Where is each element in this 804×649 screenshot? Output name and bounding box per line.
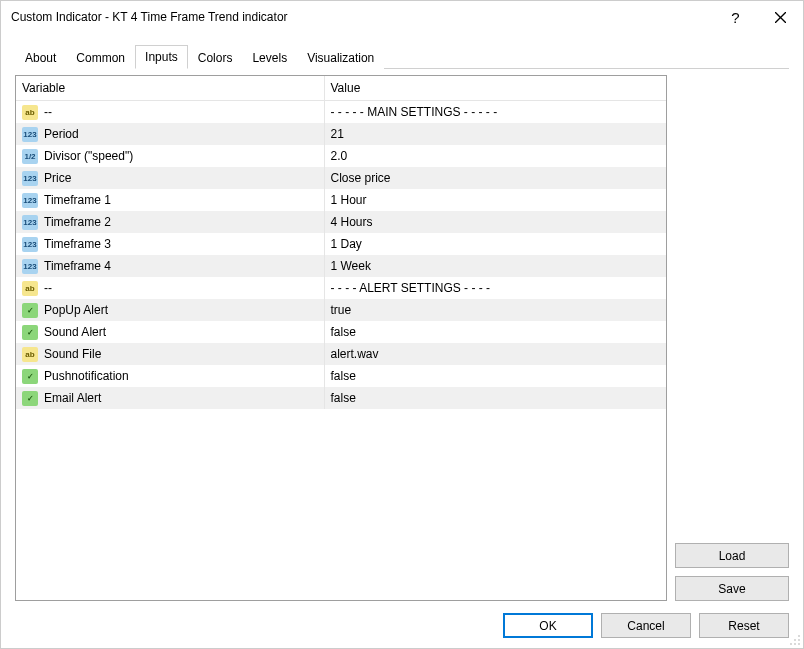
type-icon: 1/2 — [22, 149, 38, 164]
variable-cell: 123Timeframe 1 — [16, 189, 324, 211]
svg-point-4 — [794, 639, 796, 641]
table-row[interactable]: 1/2Divisor ("speed")2.0 — [16, 145, 666, 167]
close-button[interactable] — [758, 2, 803, 32]
inputs-table-wrap: Variable Value ab--- - - - - MAIN SETTIN… — [15, 75, 667, 601]
variable-name: Period — [44, 127, 79, 141]
tab-strip: AboutCommonInputsColorsLevelsVisualizati… — [15, 45, 789, 69]
variable-name: Sound File — [44, 347, 101, 361]
tab-about[interactable]: About — [15, 46, 66, 69]
value-cell[interactable]: false — [324, 387, 666, 409]
tab-page-inputs: Variable Value ab--- - - - - MAIN SETTIN… — [15, 69, 789, 601]
inputs-table-area: Variable Value ab--- - - - - MAIN SETTIN… — [15, 75, 667, 601]
value-cell[interactable]: 4 Hours — [324, 211, 666, 233]
close-icon — [775, 12, 786, 23]
cancel-button[interactable]: Cancel — [601, 613, 691, 638]
type-icon: ✓ — [22, 303, 38, 318]
inputs-table: Variable Value ab--- - - - - MAIN SETTIN… — [16, 76, 666, 409]
client-area: AboutCommonInputsColorsLevelsVisualizati… — [1, 33, 803, 648]
value-cell[interactable]: - - - - ALERT SETTINGS - - - - — [324, 277, 666, 299]
col-header-value[interactable]: Value — [324, 76, 666, 101]
type-icon: 123 — [22, 127, 38, 142]
ok-button[interactable]: OK — [503, 613, 593, 638]
load-button[interactable]: Load — [675, 543, 789, 568]
save-button[interactable]: Save — [675, 576, 789, 601]
titlebar: Custom Indicator - KT 4 Time Frame Trend… — [1, 1, 803, 33]
table-row[interactable]: 123Timeframe 24 Hours — [16, 211, 666, 233]
variable-name: Pushnotification — [44, 369, 129, 383]
reset-button[interactable]: Reset — [699, 613, 789, 638]
type-icon: 123 — [22, 237, 38, 252]
variable-cell: 1/2Divisor ("speed") — [16, 145, 324, 167]
variable-name: Price — [44, 171, 71, 185]
value-cell[interactable]: - - - - - MAIN SETTINGS - - - - - — [324, 101, 666, 124]
table-row[interactable]: 123Timeframe 31 Day — [16, 233, 666, 255]
variable-cell: 123Timeframe 2 — [16, 211, 324, 233]
value-cell[interactable]: 1 Hour — [324, 189, 666, 211]
tab-colors[interactable]: Colors — [188, 46, 243, 69]
svg-point-7 — [790, 643, 792, 645]
variable-name: Timeframe 1 — [44, 193, 111, 207]
dialog-window: Custom Indicator - KT 4 Time Frame Trend… — [0, 0, 804, 649]
variable-cell: 123Timeframe 3 — [16, 233, 324, 255]
variable-name: Timeframe 3 — [44, 237, 111, 251]
svg-point-3 — [798, 639, 800, 641]
variable-name: Email Alert — [44, 391, 101, 405]
type-icon: ✓ — [22, 391, 38, 406]
svg-point-2 — [798, 635, 800, 637]
tab-common[interactable]: Common — [66, 46, 135, 69]
tab-visualization[interactable]: Visualization — [297, 46, 384, 69]
type-icon: 123 — [22, 259, 38, 274]
variable-cell: abSound File — [16, 343, 324, 365]
value-cell[interactable]: 1 Day — [324, 233, 666, 255]
variable-name: Divisor ("speed") — [44, 149, 133, 163]
value-cell[interactable]: false — [324, 365, 666, 387]
variable-cell: ✓Pushnotification — [16, 365, 324, 387]
variable-name: -- — [44, 105, 52, 119]
variable-name: PopUp Alert — [44, 303, 108, 317]
resize-grip-icon[interactable] — [789, 634, 801, 646]
value-cell[interactable]: 1 Week — [324, 255, 666, 277]
window-title: Custom Indicator - KT 4 Time Frame Trend… — [11, 10, 713, 24]
table-row[interactable]: 123PriceClose price — [16, 167, 666, 189]
help-button[interactable]: ? — [713, 2, 758, 32]
table-row[interactable]: ✓Sound Alertfalse — [16, 321, 666, 343]
type-icon: 123 — [22, 215, 38, 230]
footer-buttons: OK Cancel Reset — [15, 601, 789, 638]
tab-inputs[interactable]: Inputs — [135, 45, 188, 69]
table-row[interactable]: ✓Email Alertfalse — [16, 387, 666, 409]
table-row[interactable]: 123Period21 — [16, 123, 666, 145]
table-row[interactable]: 123Timeframe 11 Hour — [16, 189, 666, 211]
variable-name: Timeframe 2 — [44, 215, 111, 229]
side-buttons: Load Save — [675, 75, 789, 601]
variable-cell: 123Timeframe 4 — [16, 255, 324, 277]
table-row[interactable]: abSound Filealert.wav — [16, 343, 666, 365]
value-cell[interactable]: true — [324, 299, 666, 321]
table-row[interactable]: ✓PopUp Alerttrue — [16, 299, 666, 321]
variable-cell: ab-- — [16, 277, 324, 299]
table-row[interactable]: ✓Pushnotificationfalse — [16, 365, 666, 387]
type-icon: ab — [22, 105, 38, 120]
tab-levels[interactable]: Levels — [242, 46, 297, 69]
value-cell[interactable]: 2.0 — [324, 145, 666, 167]
type-icon: ab — [22, 347, 38, 362]
table-row[interactable]: ab--- - - - ALERT SETTINGS - - - - — [16, 277, 666, 299]
variable-cell: 123Period — [16, 123, 324, 145]
table-row[interactable]: 123Timeframe 41 Week — [16, 255, 666, 277]
variable-cell: ✓Email Alert — [16, 387, 324, 409]
svg-point-5 — [798, 643, 800, 645]
variable-cell: ab-- — [16, 101, 324, 124]
type-icon: ✓ — [22, 369, 38, 384]
value-cell[interactable]: alert.wav — [324, 343, 666, 365]
type-icon: ✓ — [22, 325, 38, 340]
table-row[interactable]: ab--- - - - - MAIN SETTINGS - - - - - — [16, 101, 666, 124]
variable-name: Sound Alert — [44, 325, 106, 339]
type-icon: ab — [22, 281, 38, 296]
value-cell[interactable]: false — [324, 321, 666, 343]
type-icon: 123 — [22, 193, 38, 208]
value-cell[interactable]: 21 — [324, 123, 666, 145]
col-header-variable[interactable]: Variable — [16, 76, 324, 101]
variable-cell: ✓Sound Alert — [16, 321, 324, 343]
value-cell[interactable]: Close price — [324, 167, 666, 189]
svg-point-6 — [794, 643, 796, 645]
variable-name: -- — [44, 281, 52, 295]
